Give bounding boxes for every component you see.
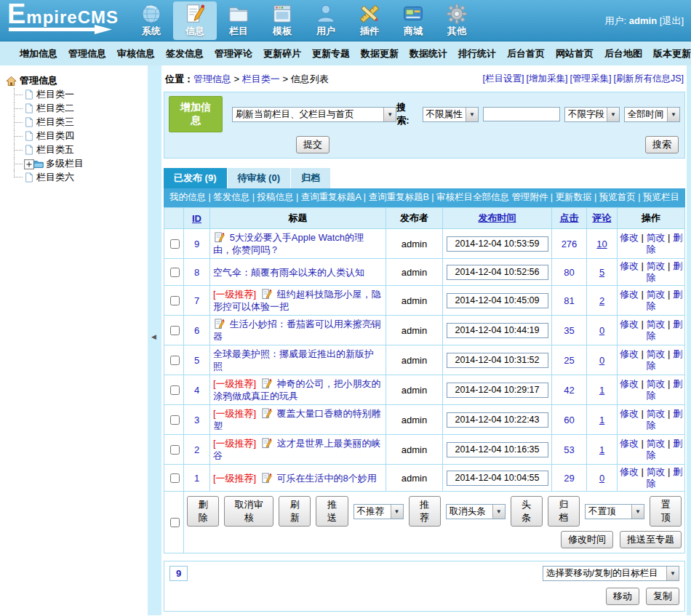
top-menu-item-其他[interactable]: 其他	[435, 1, 479, 40]
row-id-link[interactable]: 8	[194, 267, 199, 278]
info-title-link[interactable]: 5大没必要入手Apple Watch的理由，你赞同吗？	[213, 232, 364, 255]
cancel-audit-button[interactable]: 取消审核	[224, 496, 273, 527]
toolbar-link-预览首页[interactable]: 预览首页	[599, 192, 636, 202]
top-menu-item-插件[interactable]: 插件	[348, 1, 391, 40]
top-menu-item-用户[interactable]: 用户	[304, 1, 348, 40]
toolbar-link-查询重复标题B[interactable]: 查询重复标题B	[368, 192, 428, 202]
unstick-select[interactable]: 不置顶 ▼	[585, 504, 644, 519]
page-number[interactable]: 9	[169, 566, 188, 581]
row-checkbox[interactable]	[170, 445, 180, 455]
row-comments-link[interactable]: 1	[599, 444, 604, 455]
op-简改-link[interactable]: 简改	[647, 319, 666, 329]
op-简改-link[interactable]: 简改	[647, 438, 666, 449]
subnav-item-签发信息[interactable]: 签发信息	[166, 47, 204, 60]
quick-link-[增加采集][interactable]: [增加采集]	[527, 73, 568, 84]
subnav-item-数据统计[interactable]: 数据统计	[410, 47, 447, 60]
toolbar-link-更新数据[interactable]: 更新数据	[556, 192, 592, 202]
row-comments-link[interactable]: 0	[599, 325, 604, 336]
op-简改-link[interactable]: 简改	[647, 232, 666, 243]
op-简改-link[interactable]: 简改	[647, 408, 666, 419]
subnav-item-网站首页[interactable]: 网站首页	[556, 47, 594, 60]
top-menu-item-模板[interactable]: 模板	[260, 1, 304, 40]
modify-time-button[interactable]: 修改时间	[561, 531, 613, 548]
row-id-link[interactable]: 1	[194, 473, 199, 484]
tree-item-栏目类三[interactable]: 栏目类三	[14, 115, 148, 129]
toolbar-link-查询重复标题A[interactable]: 查询重复标题A	[301, 192, 362, 202]
op-简改-link[interactable]: 简改	[647, 378, 666, 389]
breadcrumb-link-栏目类一[interactable]: 栏目类一	[242, 73, 280, 84]
tree-root-manage-info[interactable]: 管理信息	[6, 74, 148, 87]
toolbar-link-预览栏目[interactable]: 预览栏目	[643, 192, 679, 202]
row-id-link[interactable]: 5	[194, 355, 199, 366]
collapse-sidebar-arrow[interactable]: ◀	[151, 333, 156, 340]
op-简改-link[interactable]: 简改	[647, 260, 666, 271]
tree-item-栏目类五[interactable]: 栏目类五	[14, 143, 148, 156]
subnav-item-更新碎片[interactable]: 更新碎片	[263, 47, 301, 60]
row-time-input[interactable]	[447, 442, 548, 457]
row-checkbox[interactable]	[170, 415, 180, 425]
op-修改-link[interactable]: 修改	[620, 466, 639, 477]
breadcrumb-link-管理信息[interactable]: 管理信息	[193, 73, 231, 84]
row-comments-link[interactable]: 1	[599, 385, 604, 396]
row-id-link[interactable]: 7	[194, 295, 199, 306]
time-select[interactable]: 全部时间 ▼	[624, 107, 680, 122]
refresh-button[interactable]: 刷新	[279, 496, 311, 527]
toolbar-link-投稿信息[interactable]: 投稿信息	[257, 192, 293, 202]
row-checkbox[interactable]	[170, 326, 180, 335]
row-comments-link[interactable]: 2	[599, 295, 604, 306]
tree-item-多级栏目[interactable]: 多级栏目	[14, 156, 148, 170]
tab-归档[interactable]: 归档	[291, 168, 330, 188]
row-comments-link[interactable]: 1	[599, 415, 604, 425]
top-menu-item-商城[interactable]: 商城	[391, 1, 435, 40]
row-comments-link[interactable]: 0	[599, 473, 604, 484]
attribute-select[interactable]: 不限属性 ▼	[423, 107, 479, 122]
op-修改-link[interactable]: 修改	[620, 260, 639, 271]
op-修改-link[interactable]: 修改	[620, 438, 639, 449]
field-select[interactable]: 不限字段 ▼	[564, 107, 620, 122]
op-修改-link[interactable]: 修改	[620, 232, 639, 243]
subnav-item-排行统计[interactable]: 排行统计	[458, 47, 496, 60]
submit-button[interactable]: 提交	[296, 136, 329, 153]
op-修改-link[interactable]: 修改	[620, 319, 639, 329]
op-修改-link[interactable]: 修改	[620, 378, 639, 389]
subnav-item-增加信息[interactable]: 增加信息	[20, 47, 57, 60]
search-keyword-input[interactable]	[483, 107, 560, 121]
info-title-link[interactable]: 空气伞：颠覆有雨伞以来的人类认知	[213, 267, 364, 278]
row-checkbox[interactable]	[170, 356, 180, 365]
top-menu-item-栏目[interactable]: 栏目	[217, 1, 260, 40]
search-button[interactable]: 搜索	[645, 136, 679, 153]
quick-link-[栏目设置][interactable]: [栏目设置]	[483, 73, 524, 84]
subnav-item-管理信息[interactable]: 管理信息	[68, 47, 106, 60]
subnav-item-审核信息[interactable]: 审核信息	[117, 47, 155, 60]
row-time-input[interactable]	[447, 353, 548, 368]
tab-已发布 (9)[interactable]: 已发布 (9)	[164, 168, 227, 188]
row-time-input[interactable]	[447, 412, 548, 428]
move-button[interactable]: 移动	[606, 588, 639, 605]
archive-button[interactable]: 归档	[548, 496, 580, 527]
top-menu-item-系统[interactable]: 系统	[129, 1, 173, 40]
add-info-button[interactable]: 增加信息	[169, 96, 223, 132]
subnav-item-后台地图[interactable]: 后台地图	[604, 47, 642, 60]
unrecommend-select[interactable]: 不推荐 ▼	[354, 504, 404, 519]
toolbar-link-我的信息[interactable]: 我的信息	[169, 192, 206, 202]
row-checkbox[interactable]	[170, 296, 180, 305]
subnav-item-后台首页[interactable]: 后台首页	[507, 47, 545, 60]
row-time-input[interactable]	[447, 265, 548, 280]
subnav-item-更新专题[interactable]: 更新专题	[312, 47, 350, 60]
op-简改-link[interactable]: 简改	[647, 466, 666, 477]
row-checkbox[interactable]	[170, 385, 180, 395]
row-time-input[interactable]	[447, 471, 548, 486]
op-简改-link[interactable]: 简改	[647, 348, 666, 359]
cancel-headline-select[interactable]: 取消头条 ▼	[446, 504, 506, 519]
refresh-scope-select[interactable]: 刷新当前栏目、父栏目与首页 ▼	[232, 107, 396, 122]
op-修改-link[interactable]: 修改	[620, 289, 639, 300]
tree-item-栏目类一[interactable]: 栏目类一	[14, 87, 148, 101]
push-button[interactable]: 推送	[316, 496, 348, 527]
subnav-item-数据更新[interactable]: 数据更新	[361, 47, 399, 60]
delete-button[interactable]: 删除	[187, 496, 219, 527]
copy-button[interactable]: 复制	[646, 588, 679, 605]
info-title-link[interactable]: 生活小妙招：番茄酱可以用来擦亮铜器	[213, 319, 381, 342]
op-修改-link[interactable]: 修改	[620, 348, 639, 359]
info-title-link[interactable]: 可乐在生活中的8个妙用	[276, 473, 376, 484]
quick-link-[管理采集][interactable]: [管理采集]	[570, 73, 612, 84]
